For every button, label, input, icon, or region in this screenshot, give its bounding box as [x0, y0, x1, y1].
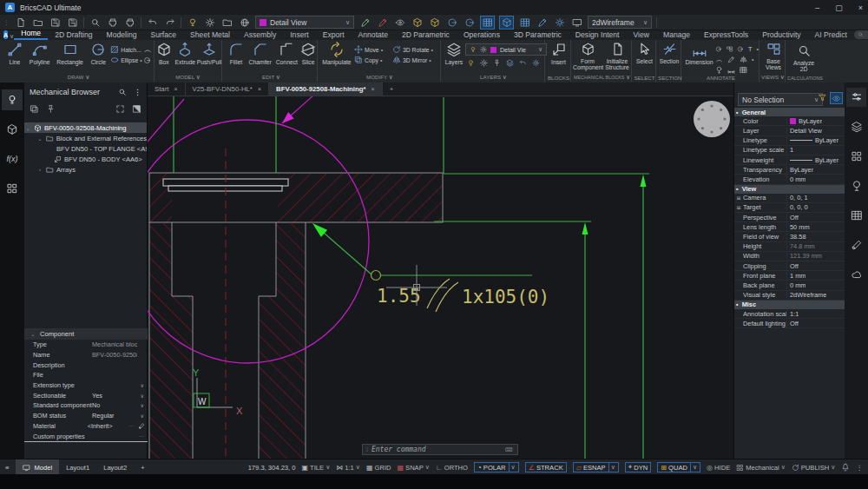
model-tab[interactable]: Model: [16, 459, 59, 475]
drawing-canvas[interactable]: 1.55 1x105(0) Y W X: [148, 96, 733, 459]
component-row-material[interactable]: Material<Inherit>···: [24, 421, 148, 432]
prop-row-visual-style[interactable]: Visual style2dWireframe: [734, 291, 845, 301]
center-circle-icon[interactable]: [445, 17, 458, 29]
prop-row-target[interactable]: ⊞Target0, 0, 0: [734, 203, 845, 213]
tile-toggle[interactable]: ▣TILE∨: [302, 464, 331, 472]
workspace-switcher[interactable]: Mechanical∨: [736, 464, 786, 472]
section-button[interactable]: Section: [658, 42, 681, 64]
browser-pin-icon[interactable]: [46, 104, 56, 114]
arc-button[interactable]: [143, 44, 154, 55]
tab-insert[interactable]: Insert: [283, 30, 316, 40]
tab-annotate[interactable]: Annotate: [352, 30, 395, 40]
doc-tab-v25[interactable]: V25-BFV-DN50-HL*×: [186, 83, 269, 96]
layer-lock-icon[interactable]: [493, 59, 501, 67]
view-glasses-icon[interactable]: [393, 17, 406, 29]
new-layout-button[interactable]: +: [134, 459, 151, 475]
quad-toggle[interactable]: ⊞QUAD∨: [657, 462, 700, 472]
keyboard-icon[interactable]: [504, 446, 514, 453]
current-layer-combo[interactable]: Detail View ∨: [255, 16, 354, 29]
print-preview-icon[interactable]: [89, 17, 102, 29]
grid-toggle[interactable]: ▦GRID: [366, 464, 391, 472]
layer-folder-icon[interactable]: [220, 17, 233, 29]
new-document-icon[interactable]: [14, 17, 27, 29]
leader-icon[interactable]: [727, 56, 735, 63]
doc-tab-start[interactable]: Start×: [148, 83, 186, 96]
prop-row-elevation[interactable]: Elevation0 mm: [734, 175, 845, 184]
base-views-button[interactable]: Base Views: [761, 42, 786, 71]
materials-panel-icon[interactable]: [846, 235, 866, 254]
copy-button[interactable]: Copy•: [354, 55, 392, 65]
close-icon[interactable]: ×: [174, 86, 177, 92]
tab-sheet-metal[interactable]: Sheet Metal: [183, 30, 237, 40]
selection-combo[interactable]: No Selection ∨: [738, 93, 823, 106]
datum-icon[interactable]: [727, 66, 735, 74]
polyline-button[interactable]: Polyline: [26, 42, 54, 65]
quick-select-eye-icon[interactable]: [830, 92, 843, 104]
close-icon[interactable]: ×: [258, 86, 261, 92]
prop-row-perspective[interactable]: PerspectiveOff: [734, 213, 845, 222]
settings-blue-icon[interactable]: [553, 17, 566, 29]
layers-panel-icon[interactable]: [846, 117, 866, 136]
select-button[interactable]: Select: [634, 42, 655, 64]
open-document-icon[interactable]: [31, 17, 44, 29]
tab-expresstools[interactable]: ExpressTools: [697, 30, 755, 40]
prop-row-lineweight[interactable]: LineweightByLayer: [734, 155, 845, 165]
minimize-button[interactable]: –: [815, 3, 819, 12]
section-misc[interactable]: Misc: [742, 301, 756, 308]
prop-row-default-lighting[interactable]: Default lightingOff: [734, 319, 845, 328]
block-ref-icon[interactable]: [428, 17, 441, 29]
ellipse-button[interactable]: Ellipse•: [110, 55, 143, 65]
redline-icon[interactable]: [376, 17, 389, 29]
tree-arrays-node[interactable]: › Arrays: [24, 164, 147, 175]
tab-productivity[interactable]: Productivity: [755, 30, 807, 40]
component-header[interactable]: ⌄ Component: [24, 328, 148, 340]
save-all-icon[interactable]: [66, 17, 79, 29]
undo-button[interactable]: [146, 17, 159, 29]
center-circle2-icon[interactable]: [463, 17, 476, 29]
tab-2d-parametric[interactable]: 2D Parametric: [395, 30, 457, 40]
tree-flange-node[interactable]: BFV DN50 - TOP FLANGE <A91>: [24, 143, 147, 154]
rectangle-button[interactable]: Rectangle: [54, 42, 87, 65]
prop-row-layer[interactable]: LayerDetail View: [734, 126, 845, 135]
diameter-dim-icon[interactable]: [715, 45, 722, 53]
angular-dim-icon[interactable]: [727, 45, 733, 53]
dimension-button[interactable]: Dimension: [683, 42, 715, 65]
tab-modeling[interactable]: Modeling: [100, 30, 144, 40]
ribbon-search[interactable]: [854, 30, 868, 39]
insert-button[interactable]: Insert: [547, 42, 570, 65]
tab-design-intent[interactable]: Design Intent: [569, 30, 627, 40]
manipulate-button[interactable]: Manipulate: [319, 42, 354, 65]
ortho-toggle[interactable]: ∟ORTHO: [436, 464, 468, 472]
layers-button[interactable]: Layers: [443, 42, 465, 65]
snap-toggle[interactable]: ▦SNAP∨: [398, 464, 430, 472]
prop-row-transparency[interactable]: TransparencyByLayer: [734, 165, 845, 175]
tab-ai-predict[interactable]: AI Predict: [808, 30, 854, 40]
plot-icon[interactable]: [123, 17, 136, 29]
new-doc-tab-button[interactable]: +: [383, 83, 401, 96]
line-button[interactable]: Line: [3, 42, 26, 65]
status-overflow-menu[interactable]: ⋮: [856, 464, 863, 472]
layer-world-icon[interactable]: [238, 17, 251, 29]
publish-control[interactable]: PUBLISH∨: [792, 464, 836, 472]
save-icon[interactable]: [49, 17, 62, 29]
prop-row-front-plane[interactable]: Front plane1 mm: [734, 271, 845, 281]
annotate-edit-icon[interactable]: [536, 17, 549, 29]
hide-toggle[interactable]: ◎HIDE: [707, 464, 730, 472]
browser-expand-icon[interactable]: [115, 104, 125, 114]
box-button[interactable]: Box: [155, 42, 174, 65]
components-panel-icon[interactable]: [499, 16, 514, 30]
browser-contrast-icon[interactable]: [132, 104, 141, 114]
material-icon[interactable]: [138, 422, 145, 430]
section-general[interactable]: General: [742, 109, 766, 116]
prop-row-lens-length[interactable]: Lens length50 mm: [734, 222, 845, 232]
prop-row-field-of-view[interactable]: Field of view38.58: [734, 232, 845, 241]
layout2-tab[interactable]: Layout2: [96, 459, 134, 475]
analyze-2d-button[interactable]: Analyze 2D: [787, 42, 820, 73]
layer-isolate-icon[interactable]: [506, 59, 514, 67]
browser-menu-icon[interactable]: ⋮: [134, 88, 141, 96]
redo-button[interactable]: [163, 17, 176, 29]
point-button[interactable]: [143, 55, 154, 65]
layer-on-icon[interactable]: [186, 17, 199, 29]
filter-icon[interactable]: [818, 93, 827, 102]
initialize-structure-button[interactable]: Initialize Structure: [602, 42, 632, 71]
